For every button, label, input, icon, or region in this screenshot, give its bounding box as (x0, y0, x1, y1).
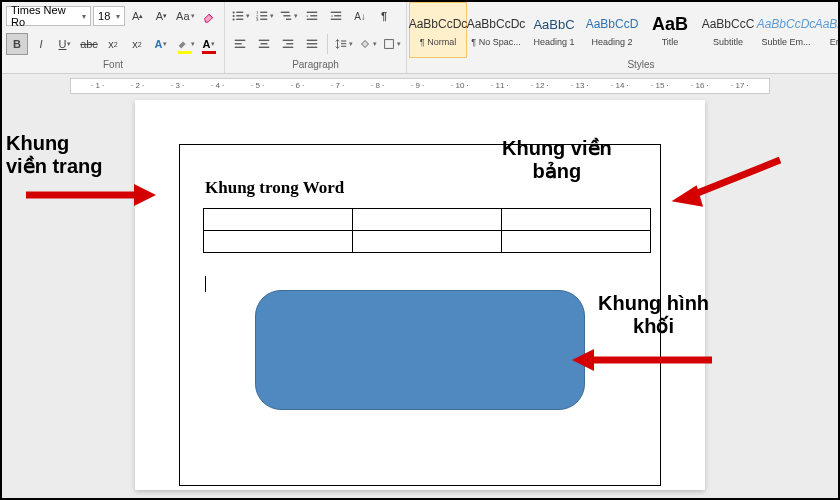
subscript-button[interactable]: x2 (102, 33, 124, 55)
style-name: ¶ Normal (420, 37, 456, 47)
separator (327, 34, 328, 54)
svg-rect-11 (260, 19, 267, 20)
numbering-button[interactable]: 123▾ (253, 5, 275, 27)
table-row[interactable] (204, 231, 651, 253)
document-heading[interactable]: Khung trong Word (205, 178, 344, 198)
align-left-icon (233, 37, 247, 51)
borders-button[interactable]: ▾ (380, 33, 402, 55)
svg-rect-9 (260, 15, 267, 16)
svg-rect-15 (307, 12, 318, 13)
style-item-subtle-em-[interactable]: AaBbCcDcSubtle Em... (757, 2, 815, 58)
svg-marker-38 (134, 184, 156, 206)
eraser-icon (202, 9, 216, 23)
style-item-empha[interactable]: AaBbCcDcEmpha (815, 2, 840, 58)
styles-gallery[interactable]: AaBbCcDc¶ NormalAaBbCcDc¶ No Spac...AaBb… (407, 2, 840, 58)
group-label-styles: Styles (407, 58, 840, 71)
svg-rect-36 (384, 40, 393, 49)
font-family-select[interactable]: Times New Ro ▾ (6, 6, 91, 26)
style-item-subtitle[interactable]: AaBbCcCSubtitle (699, 2, 757, 58)
shading-button[interactable]: ▾ (356, 33, 378, 55)
annotation-page-border: Khung viền trang (6, 132, 102, 178)
svg-rect-25 (261, 43, 268, 44)
style-preview: AaBbCcDc (409, 13, 468, 35)
style-preview: AaBbCcC (702, 13, 755, 35)
svg-rect-16 (310, 15, 317, 16)
document-table[interactable] (203, 208, 651, 253)
svg-rect-3 (236, 15, 243, 16)
arrow-icon (660, 152, 790, 212)
style-preview: AaBbCcDc (757, 13, 816, 35)
style-item--no-spac-[interactable]: AaBbCcDc¶ No Spac... (467, 2, 525, 58)
align-right-button[interactable] (277, 33, 299, 55)
highlight-button[interactable]: ▾ (174, 33, 196, 55)
align-center-button[interactable] (253, 33, 275, 55)
style-name: ¶ No Spac... (471, 37, 520, 47)
change-case-button[interactable]: Aa▾ (174, 5, 196, 27)
ruler-tick: · 3 · (171, 81, 184, 90)
horizontal-ruler[interactable]: · 1 ·· 2 ·· 3 ·· 4 ·· 5 ·· 6 ·· 7 ·· 8 ·… (70, 78, 770, 94)
style-preview: AaBbCcDc (815, 13, 840, 35)
font-color-button[interactable]: A▾ (198, 33, 220, 55)
style-item-heading-2[interactable]: AaBbCcDHeading 2 (583, 2, 641, 58)
table-row[interactable] (204, 209, 651, 231)
line-spacing-button[interactable]: ▾ (332, 33, 354, 55)
svg-rect-27 (283, 40, 294, 41)
underline-button[interactable]: U▾ (54, 33, 76, 55)
svg-rect-31 (307, 43, 318, 44)
style-item-title[interactable]: AaBTitle (641, 2, 699, 58)
font-size-select[interactable]: 18 ▾ (93, 6, 125, 26)
outdent-icon (305, 9, 319, 23)
ruler-tick: · 6 · (291, 81, 304, 90)
svg-rect-23 (235, 47, 246, 48)
indent-icon (329, 9, 343, 23)
italic-button[interactable]: I (30, 33, 52, 55)
multilevel-icon (279, 9, 293, 23)
ruler-tick: · 11 · (491, 81, 509, 90)
text-effects-button[interactable]: A▾ (150, 33, 172, 55)
svg-rect-17 (307, 19, 318, 20)
ruler-tick: · 2 · (131, 81, 144, 90)
justify-button[interactable] (301, 33, 323, 55)
svg-rect-24 (259, 40, 270, 41)
svg-rect-5 (236, 19, 243, 20)
strikethrough-button[interactable]: abc (78, 33, 100, 55)
show-marks-button[interactable]: ¶ (373, 5, 395, 27)
style-preview: AaBbCcD (586, 13, 639, 35)
grow-font-button[interactable]: A▴ (127, 5, 149, 27)
decrease-indent-button[interactable] (301, 5, 323, 27)
shrink-font-button[interactable]: A▾ (151, 5, 173, 27)
ruler-tick: · 17 · (731, 81, 749, 90)
highlighter-icon (176, 37, 190, 51)
style-name: Subtle Em... (761, 37, 810, 47)
svg-rect-35 (341, 46, 346, 47)
ruler-container: · 1 ·· 2 ·· 3 ·· 4 ·· 5 ·· 6 ·· 7 ·· 8 ·… (2, 74, 838, 94)
align-left-button[interactable] (229, 33, 251, 55)
group-label-paragraph: Paragraph (225, 58, 406, 71)
bullets-button[interactable]: ▾ (229, 5, 251, 27)
svg-rect-18 (331, 12, 342, 13)
paint-bucket-icon (358, 37, 372, 51)
group-paragraph: ▾ 123▾ ▾ A↓ ¶ ▾ ▾ ▾ Paragraph (225, 2, 407, 73)
bold-button[interactable]: B (6, 33, 28, 55)
chevron-down-icon: ▾ (116, 12, 120, 21)
ruler-tick: · 1 · (91, 81, 104, 90)
font-family-value: Times New Ro (11, 4, 82, 28)
increase-indent-button[interactable] (325, 5, 347, 27)
arrow-icon (562, 347, 712, 373)
multilevel-list-button[interactable]: ▾ (277, 5, 299, 27)
align-right-icon (281, 37, 295, 51)
style-item-heading-1[interactable]: AaBbCHeading 1 (525, 2, 583, 58)
ruler-tick: · 4 · (211, 81, 224, 90)
style-name: Title (662, 37, 679, 47)
align-center-icon (257, 37, 271, 51)
sort-button[interactable]: A↓ (349, 5, 371, 27)
rounded-rectangle-shape[interactable] (255, 290, 585, 410)
svg-point-4 (232, 18, 234, 20)
svg-rect-1 (236, 12, 243, 13)
svg-rect-14 (286, 19, 291, 20)
bullets-icon (231, 9, 245, 23)
clear-formatting-button[interactable] (198, 5, 220, 27)
style-item--normal[interactable]: AaBbCcDc¶ Normal (409, 2, 467, 58)
superscript-button[interactable]: x2 (126, 33, 148, 55)
text-cursor (205, 276, 206, 292)
